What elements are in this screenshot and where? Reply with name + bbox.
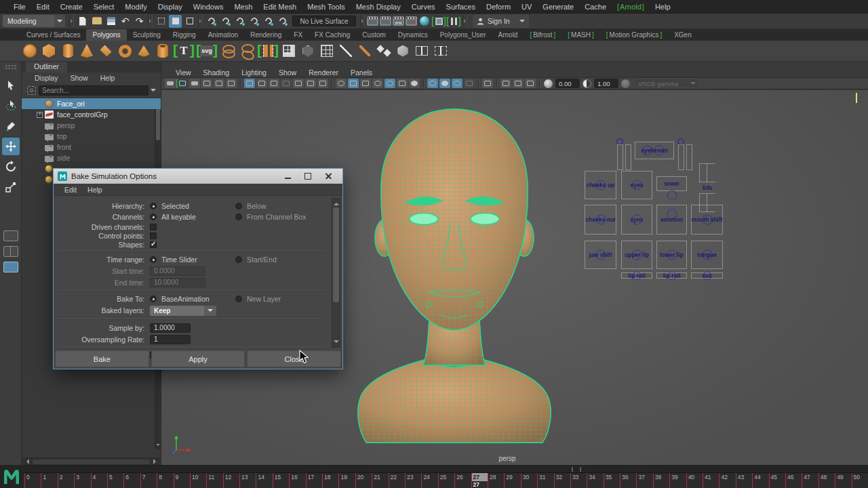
timeline-frame[interactable]: 36 (620, 473, 636, 488)
toolbar-separator[interactable] (69, 15, 74, 27)
select-tool[interactable] (2, 77, 20, 94)
timeline-frame[interactable]: 15 (273, 473, 289, 488)
timeline-frame[interactable]: 29 (504, 473, 520, 488)
insert-edge-loop-icon[interactable] (413, 42, 431, 60)
menu-item[interactable]: Mesh Tools (302, 0, 350, 14)
shadows-icon[interactable] (384, 79, 395, 88)
toolbox-grip[interactable] (5, 64, 17, 70)
close-window-button[interactable] (318, 170, 338, 182)
separate-icon[interactable] (238, 42, 256, 60)
timeline-frame[interactable]: 42 (719, 473, 735, 488)
field-chart-icon[interactable] (293, 79, 304, 88)
baked-layers-dropdown[interactable]: Keep (150, 306, 216, 316)
snap-grid-icon[interactable] (205, 15, 218, 28)
polygon-cylinder-icon[interactable] (59, 42, 77, 60)
timeline-frame[interactable]: 32 (554, 473, 570, 488)
gamma-icon[interactable] (583, 79, 591, 88)
timeline-frame[interactable]: 12 (223, 473, 239, 488)
fc-lower-lip[interactable]: lower lip (656, 241, 687, 269)
select-object-icon[interactable] (169, 15, 182, 28)
dialog-menu-edit[interactable]: Edit (59, 183, 82, 197)
menu-item[interactable]: UV (516, 0, 537, 14)
outliner-item[interactable]: Face_ori (22, 98, 161, 109)
dialog-scrollbar[interactable] (332, 198, 340, 348)
range-slider-strip[interactable] (0, 465, 868, 472)
gate-mask-icon[interactable] (281, 79, 292, 88)
fc-browbar-left[interactable] (616, 136, 632, 171)
polygon-cone-icon[interactable] (78, 42, 96, 60)
wireframe-mode-icon[interactable] (336, 79, 347, 88)
menu-set-dropdown[interactable]: Modeling (3, 15, 65, 27)
menu-item[interactable]: Generate (537, 0, 579, 14)
search-input[interactable] (39, 85, 149, 96)
timeline-frame[interactable]: 18 (322, 473, 338, 488)
dialog-menu-help[interactable]: Help (82, 183, 108, 197)
gamma-field[interactable]: 1.00 (594, 79, 618, 88)
oversampling-rate-field[interactable]: 1 (150, 335, 191, 344)
polygon-pipe-icon[interactable] (154, 42, 172, 60)
snap-curve-icon[interactable] (219, 15, 232, 28)
render-current-frame-icon[interactable] (367, 16, 378, 26)
expand-toggle[interactable] (37, 144, 43, 150)
shelf-tab[interactable]: MASH (561, 29, 599, 41)
combine-icon[interactable] (219, 42, 237, 60)
viewport-menu-item[interactable]: Panels (344, 66, 378, 79)
timeline-frame[interactable]: 14 (256, 473, 272, 488)
dialog-titlebar[interactable]: Bake Simulation Options (54, 169, 342, 184)
select-component-icon[interactable] (183, 15, 196, 28)
safe-action-icon[interactable] (305, 79, 316, 88)
timeline-frame[interactable]: 33 (570, 473, 587, 488)
target-weld-icon[interactable] (375, 42, 393, 60)
camera-attributes-icon[interactable] (189, 79, 200, 88)
apply-button[interactable]: Apply (151, 350, 245, 367)
timeline-frame[interactable]: 1 (41, 473, 57, 488)
exposure-field[interactable]: 0.00 (555, 79, 580, 88)
shelf-tab[interactable]: Curves / Surfaces (20, 29, 86, 41)
undo-icon[interactable] (119, 15, 132, 28)
shelf-tab[interactable]: FX Caching (309, 29, 356, 41)
shelf-tab[interactable]: Bifrost (524, 29, 561, 41)
snap-projected-center-icon[interactable] (248, 15, 260, 28)
textured-mode-icon[interactable] (360, 79, 371, 88)
timeline-frame[interactable]: 13 (239, 473, 256, 488)
timeline-frame[interactable]: 43 (736, 473, 752, 488)
live-surface-field[interactable]: No Live Surface (292, 16, 356, 26)
base-animation-radio[interactable]: BaseAnimation (150, 295, 235, 303)
shelf-tab[interactable]: Animation (202, 29, 244, 41)
timeline-frame[interactable]: 25 (438, 473, 454, 488)
color-space-dropdown[interactable]: sRGB gamma (634, 79, 699, 88)
render-region-icon[interactable] (380, 16, 391, 26)
viewport-menu-item[interactable]: Lighting (235, 66, 273, 79)
menu-item[interactable]: Deform (481, 0, 516, 14)
svg-tool-icon[interactable]: svg (198, 42, 216, 60)
type-tool-icon[interactable]: T (175, 42, 193, 60)
outliner-item[interactable]: side (22, 152, 161, 163)
toolbar-separator[interactable] (198, 15, 203, 27)
timeline-frame[interactable]: 47 (802, 473, 818, 488)
fc-upper-lip[interactable]: upper lip (621, 241, 652, 269)
timeline-frame[interactable]: 2727 (471, 473, 488, 488)
shaded-mode-icon[interactable] (348, 79, 359, 88)
hypershade-icon[interactable] (420, 16, 429, 26)
chevron-down-icon[interactable] (149, 86, 158, 94)
shelf-tab[interactable]: Motion Graphics (600, 29, 668, 41)
shelf-tab[interactable]: Custom (356, 29, 391, 41)
timeline-frame[interactable]: 49 (835, 473, 851, 488)
timeline-frame[interactable]: 45 (769, 473, 785, 488)
layout-persp-outliner-button[interactable] (3, 262, 18, 272)
shelf-tab[interactable]: Rendering (244, 29, 288, 41)
2d-pan-zoom-icon[interactable] (226, 79, 237, 88)
isolate-select-icon[interactable] (452, 79, 462, 88)
fc-mouth-shift[interactable]: mouth shift (691, 205, 723, 235)
menu-item[interactable]: Mesh (229, 0, 258, 14)
add-divisions-icon[interactable] (318, 42, 336, 60)
timeline-frame[interactable]: 26 (454, 473, 471, 488)
hierarchy-below-radio[interactable]: Below (235, 202, 321, 210)
close-button[interactable]: Close (247, 350, 341, 367)
fc-eyes[interactable]: eyes (621, 171, 652, 199)
select-camera-icon[interactable] (165, 79, 176, 88)
control-points-checkbox[interactable] (150, 232, 157, 239)
menu-item[interactable]: Display (153, 0, 188, 14)
polygon-plane-icon[interactable] (97, 42, 115, 60)
outliner-item[interactable]: front (22, 142, 161, 152)
